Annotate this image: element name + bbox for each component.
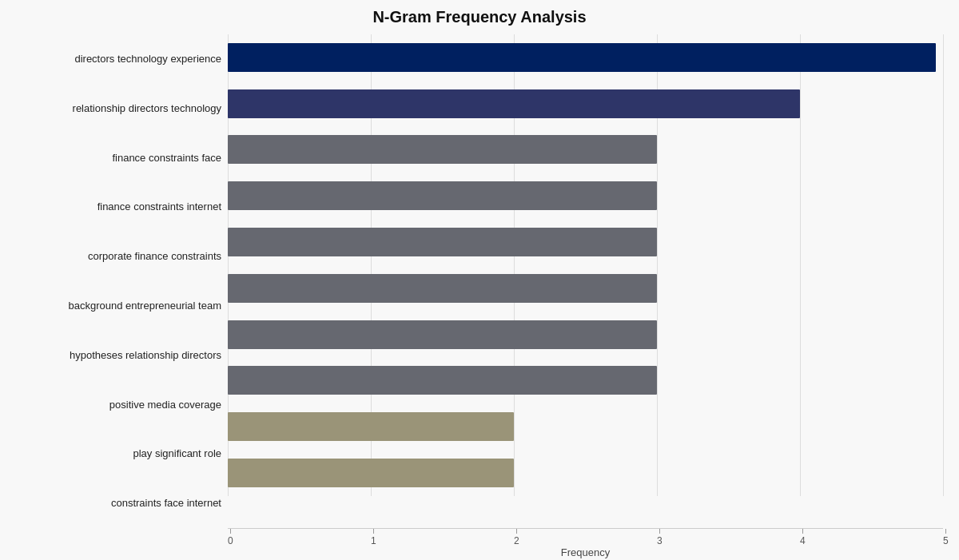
bar-row [228, 451, 943, 494]
chart-title: N-Gram Frequency Analysis [372, 8, 586, 26]
y-label: positive media coverage [109, 383, 221, 426]
x-tick-label: 0 [228, 535, 233, 546]
x-tick-label: 1 [371, 535, 376, 546]
bar [228, 228, 657, 256]
x-tick-line [945, 529, 946, 534]
x-tick-line [802, 529, 803, 534]
bar-row [228, 174, 943, 217]
x-tick-label: 4 [800, 535, 806, 546]
x-tick: 1 [371, 529, 376, 546]
bar-row [228, 128, 943, 171]
x-tick: 3 [657, 529, 663, 546]
bar [228, 43, 936, 72]
bar [228, 181, 657, 210]
x-tick: 0 [228, 529, 233, 546]
y-label: finance constraints internet [97, 185, 221, 228]
x-tick-line [516, 529, 517, 534]
y-label: constraints face internet [111, 482, 221, 525]
y-label: directors technology experience [74, 38, 221, 81]
bar-row [228, 220, 943, 264]
bar [228, 320, 657, 349]
bar [228, 412, 514, 441]
y-label: relationship directors technology [73, 87, 221, 130]
bar-row [228, 359, 943, 402]
y-label: finance constraints face [112, 136, 221, 179]
x-tick-line [230, 529, 231, 534]
bar-row [228, 313, 943, 356]
y-label: corporate finance constraints [88, 235, 221, 278]
bar [228, 89, 800, 118]
bar-row [228, 82, 943, 125]
x-tick: 5 [943, 529, 949, 546]
bars-section: Frequency 012345 [228, 34, 943, 560]
x-axis: Frequency 012345 [228, 528, 943, 560]
x-tick-label: 5 [943, 535, 949, 546]
bar [228, 366, 657, 395]
x-tick-label: 2 [514, 535, 519, 546]
bar-row [228, 36, 943, 79]
y-label: background entrepreneurial team [68, 284, 221, 328]
chart-area: directors technology experiencerelations… [16, 34, 943, 560]
chart-container: N-Gram Frequency Analysis directors tech… [0, 0, 959, 560]
x-tick: 2 [514, 529, 519, 546]
bar-row [228, 267, 943, 310]
y-label: hypotheses relationship directors [70, 334, 221, 377]
bar [228, 135, 657, 164]
x-axis-label: Frequency [561, 546, 610, 558]
x-tick-label: 3 [657, 535, 663, 546]
x-tick: 4 [800, 529, 806, 546]
bar [228, 459, 514, 487]
grid-line [943, 34, 944, 496]
bar [228, 274, 657, 303]
y-label: play significant role [133, 432, 221, 475]
y-labels: directors technology experiencerelations… [16, 34, 228, 560]
x-tick-line [659, 529, 660, 534]
bars-inner [228, 34, 943, 528]
bar-row [228, 405, 943, 448]
x-tick-line [373, 529, 374, 534]
